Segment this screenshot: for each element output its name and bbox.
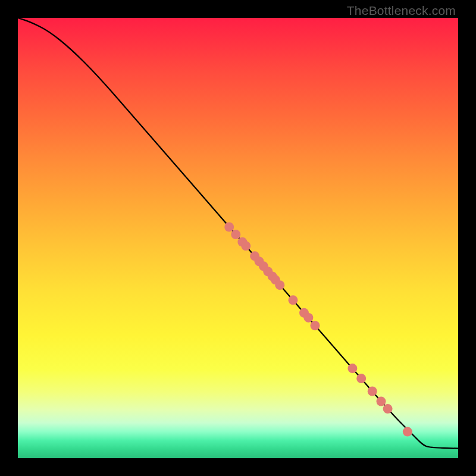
chart-point <box>231 230 240 239</box>
chart-point <box>289 295 298 305</box>
watermark-text: TheBottleneck.com <box>347 4 456 18</box>
chart-point <box>403 427 412 437</box>
chart-point <box>377 397 386 406</box>
chart-point <box>303 313 313 322</box>
chart-point <box>356 374 366 383</box>
chart-point <box>311 321 320 330</box>
chart-point <box>368 387 377 396</box>
chart-point <box>224 223 234 232</box>
chart-point <box>275 280 284 290</box>
chart-point <box>347 364 357 373</box>
chart-point <box>241 241 250 250</box>
chart-point <box>383 404 393 414</box>
chart-area <box>18 18 458 458</box>
chart-svg <box>18 18 458 458</box>
